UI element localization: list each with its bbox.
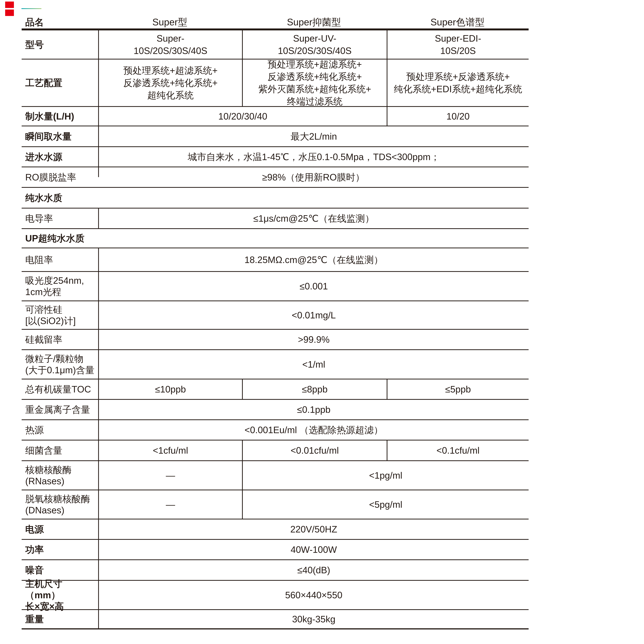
value-cell: 预处理系统+反渗透系统+纯化系统+EDI系统+超纯化系统 [387,60,529,106]
table-row: 工艺配置预处理系统+超滤系统+反渗透系统+纯化系统+超纯化系统预处理系统+超滤系… [22,59,529,106]
value-line: 10/20 [446,110,470,122]
row-label-line: 电导率 [25,213,96,224]
value-line: 10/20/30/40 [218,110,267,122]
value-cell: ≤40(dB) [99,560,529,580]
table-row: 瞬间取水量最大2L/min [22,126,529,146]
value-cell: <1pg/ml [242,461,529,490]
row-label-line: 型号 [25,39,96,50]
row-values: 最大2L/min [98,126,529,146]
value-line: 最大2L/min [291,130,337,143]
value-line: ≤10ppb [155,383,186,395]
value-line: <5pg/ml [369,498,402,511]
spec-sheet-page: 品名Super型Super抑菌型Super色谱型型号Super-10S/20S/… [0,0,644,644]
row-label: 吸光度254nm,1cm光程 [22,272,98,300]
row-label-line: 纯水水质 [25,192,96,204]
value-cell: <0.1cfu/ml [387,440,529,460]
accent-dash [21,8,41,9]
table-row: 热源<0.001Eu/ml （选配除热源超滤） [22,419,529,440]
row-values: 220V/50HZ [98,519,529,539]
table-row: 进水水源城市自来水，水温1-45℃，水压0.1-0.5Mpa，TDS<300pp… [22,146,529,167]
value-line: <0.001Eu/ml （选配除热源超滤） [245,424,383,436]
value-cell: ≤8ppb [242,379,387,399]
value-cell: 40W-100W [99,540,529,559]
row-label: 主机尺寸（mm）长×宽×高 [22,581,98,609]
value-cell: 10/20 [387,107,529,126]
value-cell: ≤0.001 [99,272,529,300]
value-cell: Super-EDI-10S/20S [387,30,529,59]
value-cell: ≤5ppb [387,379,529,399]
row-label: 微粒子/颗粒物(大于0.1μm)含量 [22,350,98,379]
value-line: 城市自来水，水温1-45℃，水压0.1-0.5Mpa，TDS<300ppm； [188,151,440,163]
red-block-icon [5,2,14,8]
row-values: 城市自来水，水温1-45℃，水压0.1-0.5Mpa，TDS<300ppm； [98,147,529,167]
table-row: 核糖核酸酶(RNases)—<1pg/ml [22,460,529,490]
value-line: 预处理系统+超滤系统+ [268,58,362,70]
row-label: 硅截留率 [22,330,98,349]
value-line: 预处理系统+反渗透系统+ [406,70,510,83]
value-cell: <1cfu/ml [99,440,242,460]
table-row: 细菌含量<1cfu/ml<0.01cfu/ml<0.1cfu/ml [22,440,529,460]
table-row: 功率40W-100W [22,539,529,559]
row-values: <1cfu/ml<0.01cfu/ml<0.1cfu/ml [98,440,529,460]
row-values: ≤1μs/cm@25℃（在线监测） [98,209,529,228]
table-row: 制水量(L/H)10/20/30/4010/20 [22,106,529,126]
row-label-line: [以(SiO2)计] [25,315,96,327]
row-label: 重量 [22,610,98,628]
row-values: 40W-100W [98,540,529,559]
value-line: 220V/50HZ [290,523,337,535]
value-line: 30kg-35kg [292,613,335,625]
value-cell: <1/ml [99,350,529,379]
value-cell: >99.9% [99,330,529,349]
row-label: 电阻率 [22,248,98,271]
row-label: 总有机碳量TOC [22,379,98,399]
table-row: 微粒子/颗粒物(大于0.1μm)含量<1/ml [22,349,529,379]
value-cell: ≤0.1ppb [99,400,529,419]
value-line: 超纯化系统 [147,89,194,101]
row-label-line: 电阻率 [25,254,96,265]
value-line: Super色谱型 [430,16,484,28]
row-values: ≥98%（使用新RO膜时） [98,167,529,187]
row-label-line: 品名 [25,16,96,28]
row-label: 工艺配置 [22,60,98,106]
row-label-line: 制水量(L/H) [25,111,96,122]
row-label-line: 重量 [25,613,96,625]
row-values: ≤0.001 [98,272,529,300]
value-cell: 预处理系统+超滤系统+反渗透系统+纯化系统+紫外灭菌系统+超纯化系统+终端过滤系… [242,60,387,106]
row-values: 预处理系统+超滤系统+反渗透系统+纯化系统+超纯化系统预处理系统+超滤系统+反渗… [98,60,529,106]
column-title: Super色谱型 [386,16,529,28]
table-row: 主机尺寸（mm）长×宽×高560×440×550 [22,580,529,609]
row-values: 30kg-35kg [98,610,529,628]
row-label-line: 可溶性硅 [25,304,96,315]
row-label-line: UP超纯水水质 [25,233,96,244]
table-row: 硅截留率>99.9% [22,329,529,349]
row-label: 细菌含量 [22,440,98,460]
row-label: 可溶性硅[以(SiO2)计] [22,301,98,329]
row-label: 纯水水质 [22,188,98,208]
row-label: 核糖核酸酶(RNases) [22,461,98,490]
value-line: Super抑菌型 [287,16,341,28]
row-label-line: 噪音 [25,564,96,576]
table-row: UP超纯水水质 [22,228,529,248]
row-label-line: 细菌含量 [25,445,96,456]
row-label: 重金属离子含量 [22,400,98,419]
table-row: 电阻率18.25MΩ.cm@25℃（在线监测） [22,248,529,271]
row-label-line: 核糖核酸酶 [25,464,96,475]
row-label: 脱氧核糖核酸酶(DNases) [22,490,98,519]
value-line: ≤0.1ppb [297,403,331,416]
column-title: Super抑菌型 [241,16,386,28]
value-line: — [166,469,175,482]
value-line: — [166,498,175,511]
value-line: 10S/20S [440,45,476,57]
row-label: 电源 [22,519,98,539]
spec-table: 品名Super型Super抑菌型Super色谱型型号Super-10S/20S/… [22,16,529,629]
row-label: 电导率 [22,209,98,228]
row-values: —<5pg/ml [98,490,529,519]
row-values: Super-10S/20S/30S/40SSuper-UV-10S/20S/30… [98,30,529,59]
value-line: Super- [156,32,184,45]
corner-red-mark [5,2,14,18]
row-values: ≤40(dB) [98,560,529,580]
row-label: 制水量(L/H) [22,107,98,126]
row-values: 18.25MΩ.cm@25℃（在线监测） [98,248,529,271]
row-label: 瞬间取水量 [22,126,98,146]
value-cell: <0.001Eu/ml （选配除热源超滤） [99,420,529,440]
